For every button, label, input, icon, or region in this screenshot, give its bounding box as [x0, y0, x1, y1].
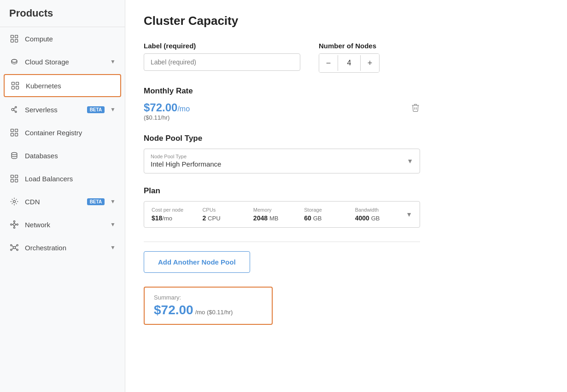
svg-point-10 — [12, 109, 14, 111]
svg-point-36 — [17, 244, 18, 246]
sidebar-item-label-orchestration: Orchestration — [25, 244, 105, 252]
sidebar-item-cloud-storage[interactable]: Cloud Storage ▼ — [0, 50, 125, 73]
plan-storage-col: Storage 60 GB — [304, 207, 355, 222]
sidebar-item-label-compute: Compute — [25, 35, 116, 43]
nodes-form-group: Number of Nodes − 4 + — [319, 42, 380, 73]
svg-rect-16 — [15, 129, 18, 132]
chevron-down-icon-plan[interactable]: ▼ — [406, 211, 412, 218]
node-count-value: 4 — [338, 55, 361, 71]
cloud-storage-icon — [9, 57, 19, 67]
svg-point-29 — [13, 227, 15, 228]
label-input[interactable] — [144, 53, 300, 71]
plan-memory-value: 2048 MB — [253, 214, 304, 222]
node-pool-type-value: Intel High Performance — [151, 160, 221, 168]
summary-price-sub: /mo ($0.11/hr) — [195, 309, 233, 316]
summary-price: $72.00 /mo ($0.11/hr) — [154, 303, 263, 317]
svg-point-11 — [15, 106, 17, 108]
sidebar-item-label-kubernetes: Kubernetes — [26, 82, 115, 90]
section-divider — [144, 242, 420, 242]
kubernetes-icon — [10, 81, 20, 91]
plan-cpus-label: CPUs — [202, 207, 253, 213]
svg-point-25 — [13, 224, 16, 226]
chevron-down-icon-network: ▼ — [110, 221, 116, 228]
svg-line-42 — [15, 248, 17, 249]
sidebar-item-label-network: Network — [25, 221, 105, 229]
sidebar-item-compute[interactable]: Compute — [0, 27, 125, 50]
increment-button[interactable]: + — [361, 54, 379, 72]
plan-cost-col: Cost per node $18/mo — [152, 207, 202, 222]
svg-rect-0 — [11, 35, 14, 38]
plan-storage-label: Storage — [304, 207, 355, 213]
sidebar-item-kubernetes[interactable]: Kubernetes — [4, 74, 121, 97]
svg-rect-7 — [16, 82, 19, 85]
nodes-label: Number of Nodes — [319, 42, 380, 50]
sidebar-item-databases[interactable]: Databases — [0, 144, 125, 167]
sidebar-item-network[interactable]: Network ▼ — [0, 213, 125, 236]
svg-rect-21 — [15, 175, 18, 178]
svg-point-35 — [11, 244, 12, 246]
delete-node-pool-button[interactable] — [411, 103, 420, 114]
sidebar-item-label-load-balancers: Load Balancers — [25, 175, 116, 183]
svg-line-39 — [12, 246, 13, 247]
monthly-rate-section: Monthly Rate $72.00/mo ($0.11/hr) — [144, 86, 549, 121]
add-another-node-pool-button[interactable]: Add Another Node Pool — [144, 251, 250, 273]
node-pool-type-field-label: Node Pool Type — [151, 154, 221, 159]
svg-line-14 — [14, 110, 15, 111]
svg-point-19 — [12, 152, 17, 155]
svg-rect-1 — [15, 35, 18, 38]
sidebar-item-label-container-registry: Container Registry — [25, 129, 116, 137]
summary-box: Summary: $72.00 /mo ($0.11/hr) — [144, 287, 273, 325]
svg-rect-8 — [12, 86, 15, 89]
svg-point-27 — [17, 224, 18, 225]
plan-bandwidth-label: Bandwidth — [355, 207, 406, 213]
sidebar-item-container-registry[interactable]: Container Registry — [0, 121, 125, 144]
svg-rect-2 — [11, 40, 14, 42]
load-balancers-icon — [9, 173, 19, 184]
svg-point-38 — [17, 249, 18, 250]
summary-label: Summary: — [154, 294, 263, 301]
rate-hourly: ($0.11/hr) — [144, 114, 190, 121]
svg-rect-18 — [15, 133, 18, 136]
svg-rect-6 — [12, 82, 15, 85]
decrement-button[interactable]: − — [319, 54, 338, 72]
monthly-rate-price: $72.00/mo — [144, 101, 190, 114]
sidebar-item-load-balancers[interactable]: Load Balancers — [0, 167, 125, 190]
sidebar-item-orchestration[interactable]: Orchestration ▼ — [0, 236, 125, 259]
label-field-label: Label (required) — [144, 42, 300, 50]
sidebar-item-serverless[interactable]: Serverless BETA ▼ — [0, 98, 125, 121]
plan-cost-label: Cost per node — [152, 207, 202, 213]
summary-price-main: $72.00 — [154, 303, 193, 317]
svg-point-37 — [11, 249, 12, 250]
plan-cost-value: $18/mo — [152, 214, 202, 222]
svg-line-41 — [12, 248, 13, 249]
sidebar-item-label-databases: Databases — [25, 152, 116, 160]
plan-box[interactable]: Cost per node $18/mo CPUs 2 CPU Memory 2… — [144, 201, 420, 228]
container-registry-icon — [9, 127, 19, 138]
plan-memory-col: Memory 2048 MB — [253, 207, 304, 222]
monthly-rate-title: Monthly Rate — [144, 86, 549, 96]
node-pool-type-title: Node Pool Type — [144, 134, 549, 143]
plan-title: Plan — [144, 186, 549, 196]
plan-cpus-col: CPUs 2 CPU — [202, 207, 253, 222]
sidebar: Products Compute Cloud Storage ▼ Kuberne… — [0, 0, 125, 392]
node-count-stepper: − 4 + — [319, 53, 380, 73]
svg-point-26 — [11, 224, 12, 225]
node-pool-type-select[interactable]: Node Pool Type Intel High Performance ▼ — [144, 149, 420, 173]
plan-section: Plan Cost per node $18/mo CPUs 2 CPU Mem… — [144, 186, 549, 228]
svg-rect-17 — [11, 133, 14, 136]
svg-line-13 — [14, 108, 15, 109]
page-title: Cluster Capacity — [144, 14, 549, 28]
plan-storage-value: 60 GB — [304, 214, 355, 222]
sidebar-item-label-cdn: CDN — [25, 198, 79, 206]
svg-line-40 — [15, 246, 17, 247]
plan-memory-label: Memory — [253, 207, 304, 213]
svg-point-28 — [13, 221, 15, 222]
sidebar-item-cdn[interactable]: CDN BETA ▼ — [0, 190, 125, 213]
rate-unit: /mo — [177, 105, 190, 113]
svg-rect-23 — [15, 179, 18, 182]
label-nodes-row: Label (required) Number of Nodes − 4 + — [144, 42, 549, 73]
chevron-down-icon-node-pool: ▼ — [407, 157, 413, 165]
main-content: Cluster Capacity Label (required) Number… — [125, 0, 567, 392]
svg-rect-3 — [15, 40, 18, 42]
orchestration-icon — [9, 242, 19, 253]
